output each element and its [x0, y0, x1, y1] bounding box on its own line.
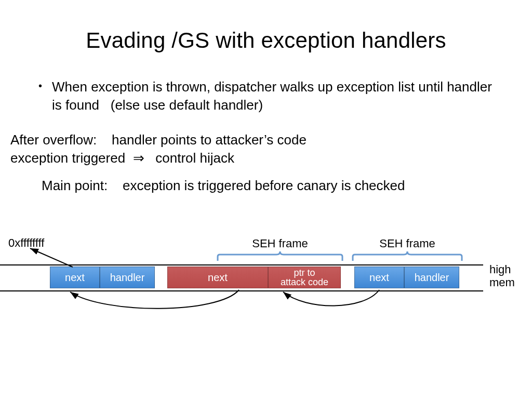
brace-icon [350, 250, 464, 262]
high-mem-line1: high [489, 263, 511, 276]
svg-line-2 [30, 248, 73, 267]
arrow-f2-to-f1 [62, 286, 249, 317]
after-overflow-block: After overflow: handler points to attack… [10, 131, 501, 167]
seh-diagram: SEH frame SEH frame next handler next pt… [0, 234, 532, 369]
high-mem-line2: mem [489, 276, 515, 289]
page-title: Evading /GS with exception handlers [0, 28, 532, 53]
seh-frame-label-1: SEH frame [215, 237, 345, 250]
brace-icon [215, 250, 345, 262]
frame3-next: next [354, 267, 404, 288]
high-mem-label: high mem [489, 263, 515, 289]
arrow-f3-to-f2 [275, 286, 395, 314]
frame1-handler: handler [100, 267, 155, 288]
after-overflow-line2: exception triggered ⇒ control hijack [10, 149, 501, 167]
main-point: Main point: exception is triggered befor… [42, 177, 501, 195]
arrow-to-hex [21, 244, 83, 270]
after-overflow-line1: After overflow: handler points to attack… [10, 131, 501, 149]
frame3-handler: handler [404, 267, 459, 288]
frame2-ptr-line1: ptr to [294, 268, 315, 277]
seh-frame-label-2: SEH frame [350, 237, 464, 250]
bullet-main: When exception is thrown, dispatcher wal… [52, 78, 501, 114]
frame2-next: next [167, 267, 268, 288]
frame2-ptr: ptr to attack code [268, 267, 341, 288]
